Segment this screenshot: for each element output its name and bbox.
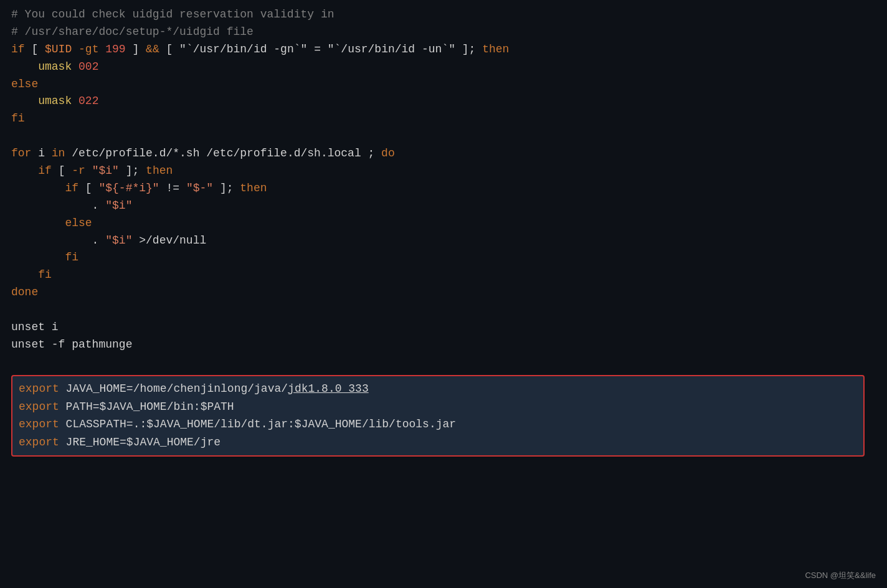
code-line-8: for i in /etc/profile.d/*.sh /etc/profil… xyxy=(11,145,876,163)
code-line-7: fi xyxy=(11,110,876,128)
code-line-16: done xyxy=(11,284,876,301)
empty-line-3 xyxy=(11,354,876,371)
code-line-4: umask 002 xyxy=(11,59,876,76)
code-line-14: fi xyxy=(11,249,876,267)
code-line-15: fi xyxy=(11,267,876,284)
code-line-13: . "$i" >/dev/null xyxy=(11,232,876,250)
empty-line-1 xyxy=(11,128,876,145)
code-line-3: if [ $UID -gt 199 ] && [ "`/usr/bin/id -… xyxy=(11,41,876,59)
empty-line-2 xyxy=(11,301,876,319)
code-line-12: else xyxy=(11,215,876,232)
code-line-10: if [ "${-#*i}" != "$-" ]; then xyxy=(11,180,876,197)
export-line-2: export PATH=$JAVA_HOME/bin:$PATH xyxy=(19,398,857,416)
export-line-3: export CLASSPATH=.:$JAVA_HOME/lib/dt.jar… xyxy=(19,415,857,434)
code-line-11: . "$i" xyxy=(11,197,876,215)
code-line-2: # /usr/share/doc/setup-*/uidgid file xyxy=(11,24,876,41)
code-line-5: else xyxy=(11,76,876,93)
code-line-17: unset i xyxy=(11,319,876,336)
code-line-9: if [ -r "$i" ]; then xyxy=(11,163,876,180)
code-container: # You could check uidgid reservation val… xyxy=(0,0,887,588)
code-line-6: umask 022 xyxy=(11,93,876,110)
watermark: CSDN @坦笑&&life xyxy=(805,569,876,582)
code-line-1: # You could check uidgid reservation val… xyxy=(11,6,876,24)
export-line-1: export JAVA_HOME=/home/chenjinlong/java/… xyxy=(19,380,857,398)
export-block: export JAVA_HOME=/home/chenjinlong/java/… xyxy=(11,375,865,457)
export-line-4: export JRE_HOME=$JAVA_HOME/jre xyxy=(19,434,857,452)
code-line-18: unset -f pathmunge xyxy=(11,336,876,354)
